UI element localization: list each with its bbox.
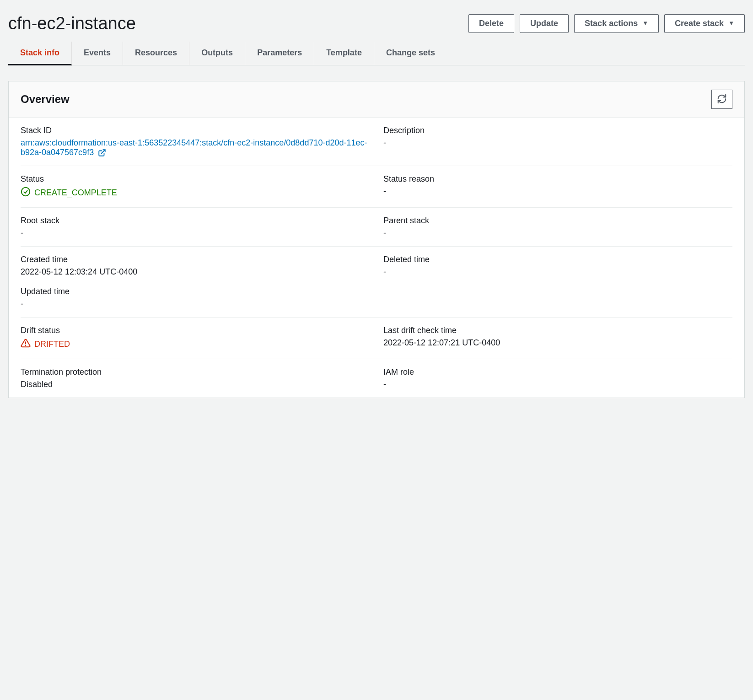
page-title: cfn-ec2-instance bbox=[8, 14, 136, 33]
caret-down-icon: ▼ bbox=[728, 20, 734, 27]
iam-role-value: - bbox=[383, 380, 732, 389]
tab-resources[interactable]: Resources bbox=[123, 42, 189, 65]
delete-button[interactable]: Delete bbox=[468, 14, 514, 33]
parent-stack-value: - bbox=[383, 228, 732, 238]
tab-outputs[interactable]: Outputs bbox=[189, 42, 245, 65]
caret-down-icon: ▼ bbox=[642, 20, 648, 27]
update-button[interactable]: Update bbox=[520, 14, 569, 33]
termination-protection-value: Disabled bbox=[21, 380, 370, 389]
last-drift-check-value: 2022-05-12 12:07:21 UTC-0400 bbox=[383, 338, 732, 348]
parent-stack-label: Parent stack bbox=[383, 216, 732, 226]
created-time-label: Created time bbox=[21, 255, 370, 264]
termination-protection-label: Termination protection bbox=[21, 367, 370, 377]
warning-triangle-icon bbox=[21, 338, 31, 350]
drift-status-value: DRIFTED bbox=[21, 338, 370, 350]
tab-parameters[interactable]: Parameters bbox=[245, 42, 314, 65]
overview-grid: Stack ID arn:aws:cloudformation:us-east-… bbox=[9, 118, 744, 398]
row-termination: Termination protection Disabled IAM role… bbox=[21, 359, 732, 398]
row-drift: Drift status DRIFTED Last drift check ti… bbox=[21, 318, 732, 359]
updated-time-label: Updated time bbox=[21, 287, 370, 296]
refresh-button[interactable] bbox=[711, 90, 732, 109]
status-reason-value: - bbox=[383, 187, 732, 196]
overview-header: Overview bbox=[9, 81, 744, 118]
status-reason-label: Status reason bbox=[383, 174, 732, 184]
root-stack-value: - bbox=[21, 228, 370, 238]
root-stack-label: Root stack bbox=[21, 216, 370, 226]
stack-id-value[interactable]: arn:aws:cloudformation:us-east-1:5635223… bbox=[21, 138, 370, 157]
tab-events[interactable]: Events bbox=[72, 42, 123, 65]
status-label: Status bbox=[21, 174, 370, 184]
iam-role-label: IAM role bbox=[383, 367, 732, 377]
updated-time-value: - bbox=[21, 299, 370, 309]
page-header: cfn-ec2-instance Delete Update Stack act… bbox=[8, 8, 745, 37]
svg-point-1 bbox=[22, 188, 30, 196]
row-stack-id: Stack ID arn:aws:cloudformation:us-east-… bbox=[21, 118, 732, 166]
row-root-stack: Root stack - Parent stack - bbox=[21, 208, 732, 247]
create-stack-button[interactable]: Create stack ▼ bbox=[664, 14, 745, 33]
row-status: Status CREATE_COMPLETE Status reason - bbox=[21, 166, 732, 208]
deleted-time-value: - bbox=[383, 267, 732, 277]
last-drift-check-label: Last drift check time bbox=[383, 326, 732, 335]
row-times: Created time 2022-05-12 12:03:24 UTC-040… bbox=[21, 247, 732, 318]
tab-change-sets[interactable]: Change sets bbox=[374, 42, 447, 65]
drift-status-label: Drift status bbox=[21, 326, 370, 335]
deleted-time-label: Deleted time bbox=[383, 255, 732, 264]
overview-panel: Overview Stack ID arn:aws:cloudformation… bbox=[8, 81, 745, 398]
refresh-icon bbox=[717, 94, 727, 105]
tabs: Stack info Events Resources Outputs Para… bbox=[8, 42, 745, 65]
description-value: - bbox=[383, 138, 732, 148]
external-link-icon bbox=[98, 149, 106, 157]
svg-line-0 bbox=[102, 150, 105, 154]
description-label: Description bbox=[383, 126, 732, 135]
stack-id-label: Stack ID bbox=[21, 126, 370, 135]
check-circle-icon bbox=[21, 187, 31, 199]
tab-template[interactable]: Template bbox=[314, 42, 374, 65]
header-actions: Delete Update Stack actions ▼ Create sta… bbox=[468, 14, 745, 33]
stack-actions-button[interactable]: Stack actions ▼ bbox=[574, 14, 659, 33]
tab-stack-info[interactable]: Stack info bbox=[8, 42, 72, 65]
status-value: CREATE_COMPLETE bbox=[21, 187, 370, 199]
created-time-value: 2022-05-12 12:03:24 UTC-0400 bbox=[21, 267, 370, 277]
overview-title: Overview bbox=[21, 93, 70, 106]
